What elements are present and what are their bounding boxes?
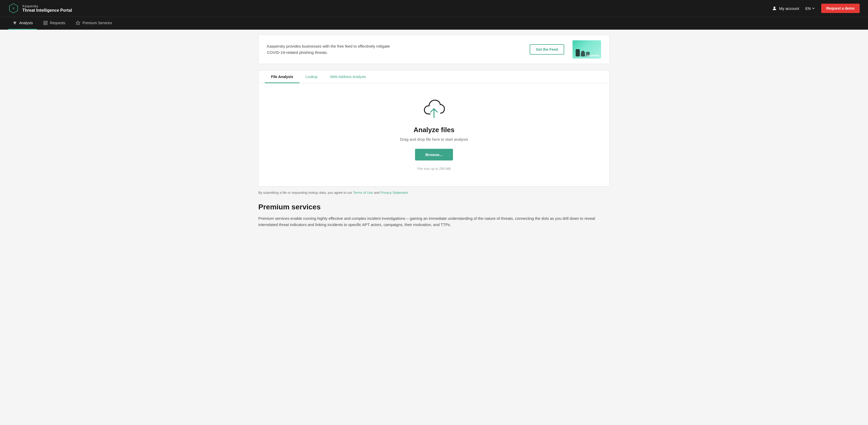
analysis-tabs: File Analysis Lookup Web Address Analysi… (258, 70, 610, 83)
logo-area: K Kaspersky Threat Intelligence Portal (8, 3, 72, 13)
svg-point-5 (14, 23, 16, 24)
header: K Kaspersky Threat Intelligence Portal M… (0, 0, 868, 17)
upload-area: Analyze files Drag and drop file here to… (258, 83, 610, 186)
nav-requests-label: Requests (50, 21, 65, 25)
premium-services-icon (75, 21, 80, 25)
upload-subtitle: Drag and drop file here to start analysi… (400, 137, 468, 141)
nav-item-premium-services[interactable]: Premium Services (71, 17, 116, 30)
banner-text: Kaspersky provides businesses with the f… (267, 43, 397, 56)
file-size-note: File size up to 256 MB (417, 167, 451, 171)
svg-marker-12 (76, 21, 80, 25)
cloud-upload-icon (421, 99, 447, 120)
header-right: My account EN Request a demo (772, 4, 860, 13)
analysis-icon (12, 21, 17, 25)
nav-analysis-label: Analysis (19, 21, 33, 25)
banner-kaspersky-label: kaspersky (587, 54, 599, 57)
svg-rect-8 (44, 21, 45, 23)
nav-item-requests[interactable]: Requests (39, 17, 69, 30)
legal-text-middle: and (373, 191, 380, 195)
my-account-button[interactable]: My account (772, 6, 799, 11)
account-icon (772, 6, 777, 11)
company-name: Kaspersky (22, 4, 72, 8)
premium-section: Premium services Premium services enable… (258, 203, 610, 238)
requests-icon (43, 21, 48, 25)
nav-item-analysis[interactable]: Analysis (8, 17, 37, 30)
lang-label: EN (805, 6, 811, 11)
banner-image: kaspersky (572, 40, 601, 59)
legal-text: By submitting a file or requesting looku… (258, 191, 610, 195)
tab-file-analysis[interactable]: File Analysis (265, 70, 299, 83)
svg-text:K: K (12, 7, 14, 10)
terms-of-use-link[interactable]: Terms of Use (353, 191, 373, 195)
svg-rect-10 (46, 23, 47, 25)
main-nav: Analysis Requests Premium Services (0, 17, 868, 30)
svg-rect-9 (46, 21, 47, 22)
tab-lookup[interactable]: Lookup (299, 70, 324, 83)
svg-point-3 (14, 22, 15, 23)
main-content: Kaspersky provides businesses with the f… (252, 30, 616, 244)
kaspersky-logo-icon: K (8, 3, 19, 13)
upload-title: Analyze files (413, 126, 455, 134)
analysis-tab-container: File Analysis Lookup Web Address Analysi… (258, 70, 610, 187)
language-selector[interactable]: EN (805, 6, 815, 11)
premium-description: Premium services enable running highly e… (258, 215, 610, 228)
product-title: Kaspersky Threat Intelligence Portal (22, 4, 72, 13)
privacy-statement-link[interactable]: Privacy Statement (380, 191, 408, 195)
nav-premium-services-label: Premium Services (82, 21, 112, 25)
chevron-down-icon (812, 7, 815, 10)
my-account-label: My account (779, 6, 799, 11)
banner-cta: Get the Feed kaspersky (530, 40, 601, 59)
tab-web-address-analysis[interactable]: Web Address Analysis (324, 70, 372, 83)
product-name: Threat Intelligence Portal (22, 8, 72, 13)
get-feed-button[interactable]: Get the Feed (530, 44, 564, 55)
svg-point-2 (774, 6, 775, 8)
svg-point-4 (15, 22, 16, 23)
browse-button[interactable]: Browse... (415, 149, 453, 161)
legal-text-before: By submitting a file or requesting looku… (258, 191, 353, 195)
svg-rect-11 (44, 24, 45, 25)
premium-title: Premium services (258, 203, 610, 211)
request-demo-button[interactable]: Request a demo (821, 4, 860, 13)
covid-banner: Kaspersky provides businesses with the f… (258, 35, 610, 64)
